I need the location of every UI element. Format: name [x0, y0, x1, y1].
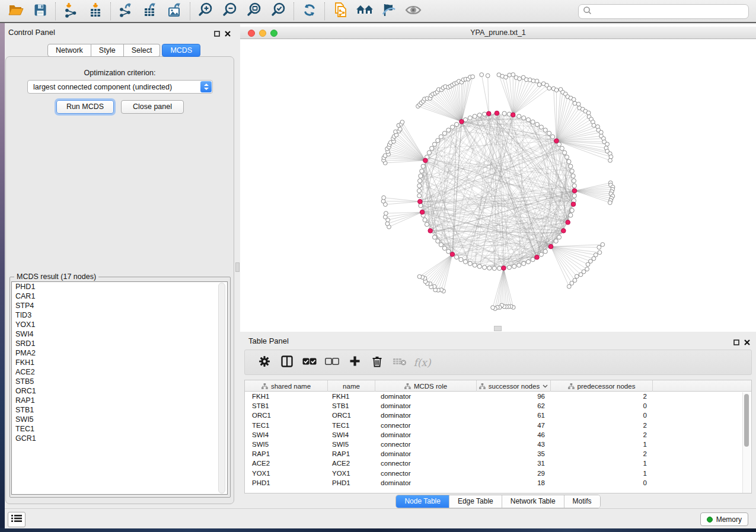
show-panels-button[interactable]: [8, 512, 25, 527]
table-row[interactable]: RAP1RAP1dominator352: [245, 449, 751, 459]
column-header-name[interactable]: name: [328, 380, 375, 392]
list-item[interactable]: YOX1: [12, 320, 227, 329]
list-item[interactable]: CAR1: [12, 291, 227, 301]
graphics-details-button[interactable]: [377, 1, 401, 21]
table-scrollbar-thumb[interactable]: [744, 394, 749, 447]
export-image-button[interactable]: [162, 1, 187, 21]
delete-row-button[interactable]: [366, 353, 388, 372]
export-network-icon: [119, 2, 134, 20]
checked-boxes-icon: [302, 357, 317, 368]
tab-style[interactable]: Style: [91, 44, 124, 57]
criterion-value: largest connected component (undirected): [28, 83, 200, 91]
save-session-button[interactable]: [28, 1, 52, 21]
column-header-mcds-role[interactable]: MCDS role: [375, 380, 477, 392]
import-table-button[interactable]: [83, 1, 107, 21]
search-input[interactable]: [592, 7, 748, 17]
select-all-button[interactable]: [298, 353, 321, 372]
clone-network-button[interactable]: [328, 1, 352, 21]
network-graph[interactable]: [240, 39, 756, 332]
open-file-button[interactable]: [4, 1, 28, 21]
search-box[interactable]: [578, 4, 749, 19]
eye-icon: [405, 4, 422, 19]
table-options-button[interactable]: [253, 353, 276, 372]
list-item[interactable]: FKH1: [12, 358, 227, 367]
tab-node-table[interactable]: Node Table: [396, 495, 449, 508]
list-item[interactable]: GCR1: [12, 434, 227, 443]
table-scrollbar[interactable]: [742, 392, 751, 493]
list-item[interactable]: TEC1: [12, 424, 227, 434]
close-panel-icon[interactable]: [225, 28, 231, 39]
list-item[interactable]: ACE2: [12, 367, 227, 377]
table-row[interactable]: TEC1TEC1connector472: [245, 421, 751, 430]
list-item[interactable]: SRD1: [12, 339, 227, 348]
list-item[interactable]: STP4: [12, 301, 227, 310]
float-panel-icon[interactable]: [733, 337, 739, 348]
vertical-splitter[interactable]: [235, 24, 240, 508]
list-item[interactable]: ORC1: [12, 386, 227, 396]
close-panel-icon[interactable]: [744, 337, 750, 348]
show-columns-button[interactable]: [276, 353, 298, 372]
mcds-result-list[interactable]: PHD1 CAR1 STP4 TID3 YOX1 SWI4 SRD1 PMA2 …: [11, 281, 228, 495]
list-item[interactable]: RAP1: [12, 396, 227, 405]
function-builder-button[interactable]: f(x): [411, 353, 433, 372]
network-titlebar: YPA_prune.txt_1: [240, 27, 756, 39]
houses-icon: [356, 3, 374, 20]
horizontal-splitter-grip[interactable]: [494, 326, 502, 331]
export-network-button[interactable]: [114, 1, 138, 21]
run-mcds-button[interactable]: Run MCDS: [56, 100, 114, 114]
column-header-successor-nodes[interactable]: successor nodes: [477, 380, 551, 392]
tab-network[interactable]: Network: [47, 44, 91, 57]
tab-mcds[interactable]: MCDS: [162, 44, 200, 57]
criterion-dropdown[interactable]: largest connected component (undirected): [27, 80, 213, 94]
column-header-shared-name[interactable]: shared name: [245, 380, 328, 392]
zoom-in-button[interactable]: [193, 1, 218, 21]
tab-motifs[interactable]: Motifs: [564, 495, 600, 508]
clone-network-icon: [333, 2, 348, 21]
tab-network-table[interactable]: Network Table: [502, 495, 564, 508]
tab-select[interactable]: Select: [124, 44, 161, 57]
table-row[interactable]: SWI5SWI5connector431: [245, 440, 751, 449]
export-table-button[interactable]: [138, 1, 162, 21]
refresh-button[interactable]: [297, 1, 321, 21]
unselect-all-button[interactable]: [321, 353, 343, 372]
search-icon: [583, 6, 592, 17]
list-item[interactable]: PMA2: [12, 348, 227, 358]
list-item[interactable]: STB1: [12, 405, 227, 415]
network-canvas[interactable]: [240, 39, 756, 332]
list-item[interactable]: PHD1: [12, 282, 227, 291]
mcds-result-groupbox: MCDS result (17 nodes) PHD1 CAR1 STP4 TI…: [9, 277, 231, 498]
column-header-predecessor-nodes[interactable]: predecessor nodes: [551, 380, 653, 392]
table-row[interactable]: PHD1PHD1dominator180: [245, 478, 751, 488]
zoom-in-icon: [197, 2, 213, 20]
zoom-fit-button[interactable]: [242, 1, 266, 21]
table-row[interactable]: SWI4SWI4dominator462: [245, 430, 751, 440]
list-item[interactable]: SWI4: [12, 329, 227, 339]
export-table-icon: [143, 2, 158, 20]
first-neighbors-button[interactable]: [352, 1, 377, 21]
splitter-grip[interactable]: [235, 262, 240, 272]
birds-eye-button[interactable]: [401, 1, 425, 21]
node-table: shared name name MCDS role successor nod…: [244, 380, 752, 493]
zoom-out-button[interactable]: [218, 1, 242, 21]
zoom-selected-icon: [270, 2, 286, 20]
float-panel-icon[interactable]: [214, 28, 220, 39]
table-row[interactable]: YOX1YOX1connector291: [245, 469, 751, 478]
zoom-selected-button[interactable]: [266, 1, 291, 21]
tab-edge-table[interactable]: Edge Table: [449, 495, 502, 508]
table-row[interactable]: ACE2ACE2connector311: [245, 459, 751, 468]
add-row-button[interactable]: [343, 353, 366, 372]
list-item[interactable]: SWI5: [12, 415, 227, 424]
import-network-button[interactable]: [59, 1, 83, 21]
table-row[interactable]: FKH1FKH1dominator962: [245, 392, 751, 401]
list-item[interactable]: STB5: [12, 377, 227, 386]
table-row[interactable]: STB1STB1dominator620: [245, 401, 751, 411]
close-panel-button[interactable]: Close panel: [121, 100, 184, 114]
list-scrollbar[interactable]: [218, 283, 225, 493]
list-item[interactable]: TID3: [12, 310, 227, 320]
delete-table-button[interactable]: [388, 353, 411, 372]
column-header-filler: [653, 380, 751, 392]
app-window: Control Panel Network Style Select MCDS …: [0, 0, 756, 532]
table-row[interactable]: ORC1ORC1dominator610: [245, 411, 751, 420]
table-panel: Table Panel: [240, 332, 756, 508]
memory-button[interactable]: Memory: [700, 512, 748, 526]
